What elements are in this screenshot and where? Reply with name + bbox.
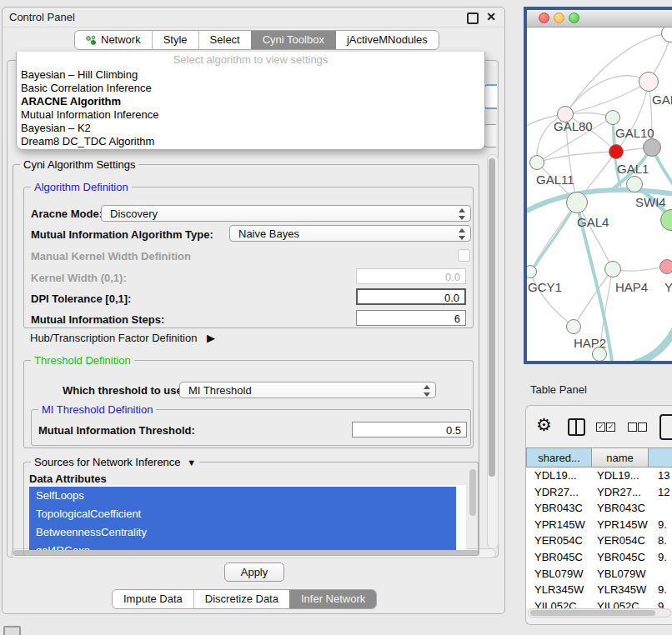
algorithm-option[interactable]: ARACNE Algorithm — [17, 95, 484, 108]
manual-kernel-checkbox[interactable] — [458, 249, 470, 262]
node-GAL10[interactable] — [605, 110, 620, 125]
tab-label: Network — [101, 31, 141, 49]
tab-style[interactable]: Style — [152, 31, 198, 49]
algorithm-option[interactable]: Bayesian – Hill Climbing — [17, 68, 484, 82]
gear-icon[interactable]: ⚙ — [536, 415, 552, 435]
table-body[interactable]: YDL19... YDL19... 13 YDR27... YDR27... 1… — [526, 468, 672, 608]
mi-type-label: Mutual Information Algorithm Type: — [31, 228, 213, 241]
kernel-width-field[interactable]: 0.0 — [356, 268, 466, 284]
scrollbar-thumb[interactable] — [489, 158, 495, 477]
table-row[interactable]: YBL079W YBL079W — [526, 566, 672, 582]
expanded-arrow-icon[interactable]: ▼ — [187, 458, 196, 468]
column-header-partial[interactable] — [649, 448, 672, 468]
algorithm-option[interactable]: Mutual Information Inference — [17, 108, 484, 122]
table-row[interactable]: YBR045C YBR045C 9. — [526, 549, 672, 566]
attribute-item-selected[interactable]: TopologicalCoefficient — [29, 505, 456, 523]
tab-cyni-toolbox[interactable]: Cyni Toolbox — [251, 31, 335, 49]
group-title: Threshold Definition — [31, 354, 134, 367]
node-unlabeled-bottom[interactable] — [592, 347, 607, 361]
scrollbar-thumb[interactable] — [530, 610, 655, 616]
column-header-name[interactable]: name — [592, 448, 649, 468]
algorithm-option[interactable]: Dream8 DC_TDC Algorithm — [17, 135, 484, 148]
algorithm-options-list: Bayesian – Hill ClimbingBasic Correlatio… — [17, 68, 484, 148]
node-HAP2[interactable] — [566, 319, 581, 334]
algorithm-option[interactable]: Bayesian – K2 — [17, 122, 484, 135]
data-attributes-list[interactable]: SelfLoopsTopologicalCoefficientBetweenne… — [29, 485, 466, 550]
hub-definition-toggle[interactable]: Hub/Transcription Factor Definition ▶ — [30, 332, 215, 344]
settings-vertical-scrollbar[interactable] — [487, 154, 499, 549]
node-label: GAL10 — [615, 126, 654, 140]
apply-button[interactable]: Apply — [224, 562, 284, 582]
sources-toggle[interactable]: Sources for Network Inference ▼ — [31, 456, 199, 468]
aracne-mode-label: Aracne Mode: — [31, 208, 103, 220]
table-row[interactable]: YPR145W YPR145W 9. — [526, 517, 672, 533]
which-threshold-select[interactable]: MI Threshold — [179, 382, 436, 398]
node-HAP4[interactable] — [604, 261, 621, 278]
algorithm-definition-group: Algorithm Definition Aracne Mode: Discov… — [23, 187, 474, 328]
table-row[interactable]: YDR27... YDR27... 12 — [526, 484, 672, 501]
attribute-item-selected[interactable]: SelfLoops — [29, 487, 456, 505]
tab-infer-network[interactable]: Infer Network — [289, 590, 376, 608]
column-header-shared[interactable]: shared... — [526, 448, 592, 468]
new-table-icon[interactable] — [659, 414, 672, 440]
network-view-window: GALGAL80GAL10GAL1GAL11SWI4GAL4GCY1HAP4YH… — [524, 7, 672, 364]
control-panel-tabbar: Network Style Select Cyni Toolbox jActiv… — [74, 30, 439, 50]
node-GAL1[interactable] — [609, 144, 624, 159]
tab-jactivemnodules[interactable]: jActiveMNodules — [335, 31, 439, 49]
tab-select[interactable]: Select — [198, 31, 251, 49]
unchecked-checkbox-icon[interactable] — [628, 422, 637, 432]
node-SWI4[interactable] — [626, 176, 643, 192]
attributes-scrollbar-thumb[interactable] — [469, 469, 476, 516]
collapsed-arrow-icon[interactable]: ▶ — [207, 332, 215, 344]
data-attributes-label: Data Attributes — [29, 472, 107, 485]
node-salmon[interactable] — [659, 259, 672, 274]
node-gal-partial[interactable] — [639, 72, 659, 92]
attribute-item-selected[interactable]: BetweennessCentrality — [29, 523, 456, 542]
aracne-mode-select[interactable]: Discovery — [101, 205, 471, 222]
mi-type-select[interactable]: Naive Bayes — [229, 225, 471, 242]
split-columns-icon[interactable] — [568, 418, 585, 436]
control-panel: Control Panel ✕ Network Style Select Cyn… — [2, 7, 505, 614]
table-row[interactable]: YLR345W YLR345W 9. — [526, 582, 672, 598]
cyni-algorithm-settings-group: Cyni Algorithm Settings Algorithm Defini… — [13, 164, 479, 556]
table-horizontal-scrollbar[interactable] — [528, 608, 671, 618]
checked-checkbox-icon[interactable]: ✓ — [606, 422, 615, 432]
tab-network[interactable]: Network — [75, 31, 152, 49]
manual-kernel-label: Manual Kernel Width Definition — [31, 250, 191, 262]
threshold-definition-group: Threshold Definition Which threshold to … — [23, 360, 474, 448]
checked-checkbox-icon[interactable]: ✓ — [596, 422, 605, 432]
node-label: GAL1 — [617, 162, 649, 176]
mi-threshold-field[interactable]: 0.5 — [352, 422, 467, 438]
close-icon[interactable]: ✕ — [486, 10, 496, 23]
table-row[interactable]: YBR043C YBR043C — [526, 500, 672, 517]
node-GAL4[interactable] — [566, 192, 588, 213]
unchecked-checkbox-icon[interactable] — [638, 422, 647, 432]
minimized-panel-icon[interactable] — [3, 626, 21, 635]
node-label: GAL11 — [536, 172, 574, 187]
table-row[interactable]: YIL052C YIL052C 9 — [526, 598, 672, 608]
float-panel-icon[interactable] — [467, 12, 479, 24]
stepper-icon — [458, 208, 465, 220]
node-label: GAL — [652, 92, 672, 107]
close-window-icon[interactable] — [539, 12, 549, 23]
algorithm-option[interactable]: Basic Correlation Inference — [17, 82, 484, 95]
tab-discretize-data[interactable]: Discretize Data — [193, 590, 289, 608]
zoom-window-icon[interactable] — [569, 12, 579, 23]
network-window-titlebar[interactable] — [527, 10, 672, 28]
node-label: GAL80 — [554, 119, 593, 133]
node-gray[interactable] — [643, 138, 661, 157]
table-row[interactable]: YDL19... YDL19... 13 — [526, 468, 672, 484]
mi-steps-field[interactable]: 6 — [356, 310, 466, 326]
tab-impute-data[interactable]: Impute Data — [113, 590, 193, 608]
dpi-tolerance-field[interactable]: 0.0 — [356, 288, 466, 305]
network-canvas[interactable]: GALGAL80GAL10GAL1GAL11SWI4GAL4GCY1HAP4YH… — [527, 28, 672, 361]
node-label: HAP4 — [615, 280, 648, 294]
algorithm-dropdown-popup: Select algorithm to view settings Bayesi… — [16, 52, 485, 150]
minimize-window-icon[interactable] — [554, 12, 564, 23]
table-row[interactable]: YER054C YER054C 8. — [526, 532, 672, 549]
node-label: GAL4 — [577, 215, 609, 229]
attribute-item-selected[interactable]: gal4RGexp — [29, 542, 456, 550]
desktop: Control Panel ✕ Network Style Select Cyn… — [0, 0, 672, 635]
node-GAL11[interactable] — [529, 155, 544, 170]
group-title: Algorithm Definition — [31, 181, 132, 193]
